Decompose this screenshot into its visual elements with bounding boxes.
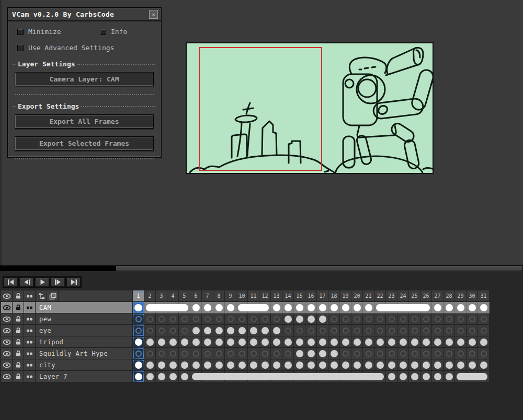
frame-cell[interactable] [236, 359, 248, 371]
frame-cell[interactable] [317, 371, 328, 382]
frame-cell[interactable] [167, 371, 179, 382]
frame-cell[interactable] [271, 371, 282, 382]
frame-cell[interactable] [305, 348, 317, 359]
frame-cell[interactable] [397, 371, 409, 382]
frame-number-cell[interactable]: 16 [305, 290, 317, 302]
frame-number-cell[interactable]: 20 [351, 290, 363, 302]
frame-cell[interactable] [444, 336, 455, 348]
frame-cell[interactable] [397, 348, 409, 359]
frame-number-cell[interactable]: 5 [179, 290, 190, 302]
frame-cell[interactable] [432, 371, 444, 382]
frame-cell[interactable] [374, 359, 386, 371]
frame-cell[interactable] [386, 302, 397, 313]
frame-cell[interactable] [363, 336, 374, 348]
layer-onion-skin-button[interactable] [24, 371, 36, 382]
frame-cell[interactable] [271, 336, 282, 348]
layer-name[interactable]: Squildly Art Hype [36, 348, 133, 359]
frame-cell[interactable] [167, 336, 179, 348]
frame-cell[interactable] [478, 313, 490, 325]
frame-cell[interactable] [409, 359, 420, 371]
frame-number-cell[interactable]: 17 [317, 290, 328, 302]
frame-cell[interactable] [467, 336, 478, 348]
frame-cell[interactable] [363, 359, 374, 371]
frame-cell[interactable] [225, 302, 236, 313]
frame-cell[interactable] [156, 371, 167, 382]
frame-cell[interactable] [259, 359, 271, 371]
frame-cell[interactable] [420, 359, 432, 371]
frame-number-cell[interactable]: 18 [328, 290, 340, 302]
frame-cell[interactable] [294, 313, 305, 325]
frame-cell[interactable] [248, 359, 259, 371]
frame-cell[interactable] [305, 313, 317, 325]
frame-cell[interactable] [213, 302, 225, 313]
frame-cell[interactable] [236, 325, 248, 336]
frame-cell[interactable] [420, 313, 432, 325]
frame-cell[interactable] [294, 348, 305, 359]
frame-cell[interactable] [432, 348, 444, 359]
frame-cell[interactable] [478, 348, 490, 359]
layer-onion-skin-button[interactable] [24, 302, 36, 313]
layer-onion-skin-button[interactable] [24, 359, 36, 371]
frame-number-cell[interactable]: 4 [167, 290, 179, 302]
layer-name[interactable]: pew [36, 313, 133, 325]
frame-cell[interactable] [179, 302, 190, 313]
frame-cell[interactable] [133, 313, 144, 325]
frame-cell[interactable] [190, 371, 202, 382]
frame-cell[interactable] [328, 325, 340, 336]
frame-cell[interactable] [190, 313, 202, 325]
frame-cell[interactable] [156, 313, 167, 325]
frame-cell[interactable] [340, 371, 351, 382]
layer-onion-skin-button[interactable] [24, 336, 36, 348]
frame-cell[interactable] [432, 359, 444, 371]
frame-number-cell[interactable]: 13 [271, 290, 282, 302]
play-button[interactable] [35, 277, 49, 287]
frame-cell[interactable] [455, 359, 467, 371]
frame-cell[interactable] [294, 371, 305, 382]
close-button[interactable]: ✕ [149, 10, 158, 19]
frame-cell[interactable] [317, 302, 328, 313]
frame-cell[interactable] [213, 359, 225, 371]
frame-cell[interactable] [374, 336, 386, 348]
frame-number-cell[interactable]: 24 [397, 290, 409, 302]
frame-cell[interactable] [340, 359, 351, 371]
export-all-frames-button[interactable]: Export All Frames [15, 114, 154, 129]
frame-cell[interactable] [420, 325, 432, 336]
frame-cell[interactable] [144, 348, 156, 359]
layer-name[interactable]: city [36, 359, 133, 371]
frame-cell[interactable] [467, 313, 478, 325]
export-selected-frames-button[interactable]: Export Selected Frames [15, 136, 154, 150]
frame-cell[interactable] [420, 371, 432, 382]
frame-cell[interactable] [478, 325, 490, 336]
layer-onion-skin-button[interactable] [24, 325, 36, 336]
frame-number-cell[interactable]: 7 [202, 290, 213, 302]
frame-number-cell[interactable]: 31 [478, 290, 490, 302]
frame-cell[interactable] [386, 336, 397, 348]
frame-cell[interactable] [467, 371, 478, 382]
frame-cell[interactable] [455, 371, 467, 382]
frame-cell[interactable] [225, 348, 236, 359]
frame-cell[interactable] [144, 325, 156, 336]
layer-lock-button[interactable] [13, 313, 24, 325]
minimize-checkbox[interactable] [17, 29, 24, 35]
frame-cell[interactable] [190, 302, 202, 313]
frame-cell[interactable] [236, 371, 248, 382]
frame-cell[interactable] [328, 348, 340, 359]
frame-cell[interactable] [202, 313, 213, 325]
frame-cell[interactable] [190, 325, 202, 336]
frame-cell[interactable] [386, 348, 397, 359]
frame-cell[interactable] [351, 302, 363, 313]
frame-cell[interactable] [202, 359, 213, 371]
frame-cell[interactable] [397, 336, 409, 348]
frame-cell[interactable] [455, 302, 467, 313]
layer-eye-button[interactable] [1, 371, 13, 382]
header-onion-skin-button[interactable] [24, 290, 36, 302]
frame-cell[interactable] [444, 348, 455, 359]
frame-cell[interactable] [202, 348, 213, 359]
frame-cell[interactable] [271, 325, 282, 336]
frame-cell[interactable] [478, 371, 490, 382]
frame-cell[interactable] [259, 336, 271, 348]
frame-cell[interactable] [190, 348, 202, 359]
frame-cell[interactable] [248, 371, 259, 382]
frame-number-cell[interactable]: 26 [420, 290, 432, 302]
frame-cell[interactable] [363, 302, 374, 313]
